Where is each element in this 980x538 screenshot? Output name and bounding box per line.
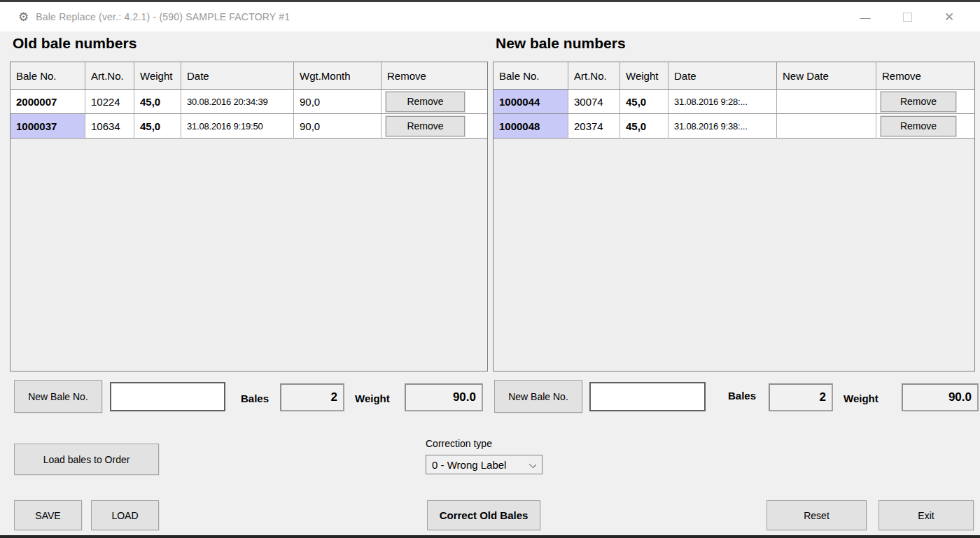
load-button[interactable]: LOAD [91, 500, 159, 530]
exit-button[interactable]: Exit [878, 500, 974, 530]
correction-type-select[interactable]: 0 - Wrong Label [426, 455, 542, 474]
cell-date: 31.08.2016 9:19:50 [181, 114, 294, 139]
maximize-icon [903, 13, 912, 22]
cell-remove: Remove [382, 114, 487, 139]
remove-row-button[interactable]: Remove [386, 92, 465, 112]
cell-remove: Remove [876, 90, 974, 114]
old-new-bale-no-button[interactable]: New Bale No. [14, 380, 102, 413]
save-button[interactable]: SAVE [14, 500, 82, 530]
table-empty-area [10, 139, 487, 371]
column-header: Bale No. [493, 62, 568, 90]
cell-art-no: 10224 [85, 90, 134, 114]
app-icon: ⚙ [18, 11, 29, 23]
correction-type-label: Correction type [426, 438, 492, 449]
chevron-down-icon [529, 461, 536, 468]
new-panel-title: New bale numbers [496, 35, 626, 52]
column-header: Weight [134, 62, 181, 90]
cell-wgt-month: 90,0 [294, 114, 382, 139]
table-empty-area [493, 139, 974, 371]
reset-button[interactable]: Reset [766, 500, 867, 530]
new-bales-label: Bales [728, 390, 756, 402]
minimize-icon: — [860, 11, 871, 23]
cell-remove: Remove [876, 114, 974, 139]
cell-new-date [777, 90, 876, 114]
column-header: New Date [777, 62, 876, 90]
cell-art-no: 10634 [85, 114, 134, 139]
column-header: Weight [620, 62, 668, 90]
cell-date: 31.08.2016 9:38:... [668, 114, 777, 139]
old-weight-label: Weight [355, 392, 390, 404]
cell-weight: 45,0 [620, 114, 668, 139]
cell-art-no: 30074 [568, 90, 620, 114]
cell-bale-no: 2000007 [10, 90, 85, 114]
cell-date: 31.08.2016 9:28:... [668, 90, 777, 114]
column-header: Wgt.Month [294, 62, 382, 90]
cell-remove: Remove [382, 90, 487, 114]
column-header: Art.No. [568, 62, 620, 90]
minimize-button[interactable]: — [844, 2, 886, 31]
cell-wgt-month: 90,0 [294, 90, 382, 114]
cell-date: 30.08.2016 20:34:39 [181, 90, 294, 114]
cell-bale-no: 1000044 [493, 90, 568, 114]
new-bales-table: Bale No. Art.No. Weight Date New Date Re… [493, 62, 975, 371]
column-header: Date [668, 62, 777, 90]
window-title: Bale Replace (ver.: 4.2.1) - (590) SAMPL… [36, 11, 290, 22]
top-edge-artifact [0, 0, 980, 2]
old-bales-table: Bale No. Art.No. Weight Date Wgt.Month R… [10, 62, 488, 371]
new-weight-total: 90.0 [902, 383, 979, 411]
cell-weight: 45,0 [134, 114, 181, 139]
cell-new-date [777, 114, 876, 139]
cell-weight: 45,0 [620, 90, 668, 114]
remove-row-button[interactable]: Remove [881, 92, 956, 112]
correct-old-bales-button[interactable]: Correct Old Bales [427, 500, 540, 530]
new-bales-count: 2 [769, 383, 833, 411]
close-icon: ✕ [944, 10, 954, 24]
remove-row-button[interactable]: Remove [881, 116, 956, 136]
window-controls: — ✕ [844, 2, 980, 31]
cell-bale-no: 1000048 [493, 114, 568, 139]
old-bales-count: 2 [280, 383, 344, 411]
column-header: Art.No. [85, 62, 134, 90]
window-titlebar: ⚙ Bale Replace (ver.: 4.2.1) - (590) SAM… [0, 2, 980, 31]
close-button[interactable]: ✕ [928, 2, 970, 31]
old-panel-title: Old bale numbers [13, 35, 136, 52]
old-bales-label: Bales [241, 392, 269, 404]
new-weight-label: Weight [844, 392, 878, 404]
cell-weight: 45,0 [134, 90, 181, 114]
correction-type-value: 0 - Wrong Label [432, 459, 506, 471]
bottom-edge-artifact [0, 535, 980, 538]
old-weight-total: 90.0 [405, 383, 483, 411]
old-new-bale-no-input[interactable] [110, 382, 225, 411]
cell-art-no: 20374 [568, 114, 620, 139]
remove-row-button[interactable]: Remove [386, 116, 465, 136]
maximize-button[interactable] [886, 2, 928, 31]
new-new-bale-no-button[interactable]: New Bale No. [494, 380, 582, 413]
column-header: Date [181, 62, 294, 90]
column-header: Bale No. [10, 62, 85, 90]
column-header: Remove [876, 62, 974, 90]
cell-bale-no: 1000037 [10, 114, 85, 139]
column-header: Remove [382, 62, 487, 90]
new-new-bale-no-input[interactable] [589, 382, 706, 411]
load-bales-to-order-button[interactable]: Load bales to Order [14, 444, 159, 475]
